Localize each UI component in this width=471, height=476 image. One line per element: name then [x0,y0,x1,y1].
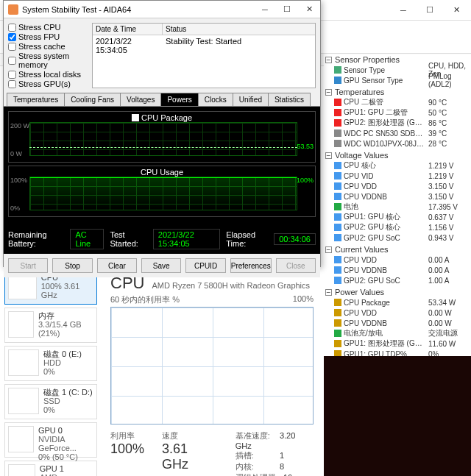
log-date: 2021/3/22 15:34:05 [93,35,163,56]
tab-unified[interactable]: Unified [233,93,269,106]
stress-option[interactable]: Stress GPU(s) [8,79,89,88]
aida-window: System Stability Test - AIDA64 ─ ☐ ✕ Str… [3,0,321,267]
chart2-ybot: 0% [10,205,20,212]
bg-max-button[interactable]: ☐ [417,1,443,20]
bat-icon [334,203,341,210]
stress-option[interactable]: Stress cache [8,42,89,51]
cpu-package-checkbox[interactable] [132,114,139,121]
cores-label: 内核: [236,462,254,471]
temp-icon [334,109,341,116]
tile-thumb [8,464,35,476]
collapse-icon [325,89,332,96]
pow-icon [334,309,341,316]
sensor-row[interactable]: GPU1: GPU 核心0.637 V [324,212,471,222]
resource-tile[interactable]: GPU 0NVIDIA GeForce...0% (50 °C) [4,422,97,458]
cpu-usage-chart [110,307,314,425]
pow-icon [334,340,341,347]
power-chart: CPU Package 200 W 0 W 53.53 [8,111,316,163]
sensor-row[interactable]: GPU1: GPU TDP%0% [324,349,471,356]
stress-option[interactable]: Stress FPU [8,32,89,41]
aida-max-button[interactable]: ☐ [276,1,298,18]
aida-close-button[interactable]: ✕ [298,1,320,18]
resource-tile[interactable]: 内存3.3/15.4 GB (21%) [4,308,97,343]
resource-tile[interactable]: GPU 1AMD Radeon(T...0% [4,461,97,476]
sensor-row[interactable]: GPU2: GPU SoC1.00 A [324,275,471,285]
sensor-row[interactable]: GPU2: 图形处理器 (GPU)86 °C [324,118,471,128]
save-button[interactable]: Save [141,258,181,273]
sensor-row[interactable]: CPU VDD0.00 A [324,255,471,265]
sensor-row[interactable]: GPU1: 图形处理器 (GPU)11.60 W [324,338,471,349]
sensor-group-head[interactable]: Voltage Values [324,150,471,160]
sensor-row[interactable]: GPU2: GPU 核心1.156 V [324,222,471,232]
status-row: Remaining Battery: AC Line Test Started:… [4,224,320,254]
start-button[interactable]: Start [8,258,48,273]
sensor-row[interactable]: CPU 二极管90 °C [324,97,471,107]
bg-close-button[interactable]: ✕ [443,1,470,20]
stop-button[interactable]: Stop [52,258,92,273]
stress-option[interactable]: Stress system memory [8,51,89,69]
battery-value: AC Line [70,229,104,249]
resource-tile[interactable]: 磁盘 1 (C: D:)SSD0% [4,384,97,419]
sensor-row[interactable]: CPU VID1.219 V [324,171,471,181]
tab-clocks[interactable]: Clocks [198,93,233,106]
sensor-row[interactable]: WDC PC SN530 SDBPNPZ-5...39 °C [324,128,471,138]
sensor-row[interactable]: 电池17.395 V [324,202,471,212]
chart1-ytop: 200 W [10,122,29,129]
stress-option[interactable]: Stress CPU [8,23,89,32]
resource-tile[interactable]: 磁盘 0 (E:)HDD0% [4,346,97,381]
close-button[interactable]: Close [276,258,316,273]
cpuid-button[interactable]: CPUID [185,258,225,273]
sensor-group-head[interactable]: Power Values [324,287,471,297]
volt-icon [334,193,341,200]
sensor-row[interactable]: GPU Sensor TypePMLog (ADL2) [324,75,471,85]
stress-checkbox[interactable] [8,43,16,51]
volt-icon [334,277,341,284]
tile-thumb [8,388,39,414]
cpu-sub-right: 100% [293,294,314,305]
log-status: Stability Test: Started [163,35,244,56]
sensor-row[interactable]: GPU1: GPU 二极管50 °C [324,107,471,118]
started-label: Test Started: [110,230,146,248]
aida-icon [8,4,18,15]
aida-min-button[interactable]: ─ [254,1,276,18]
stress-checkbox[interactable] [8,71,16,79]
sensor-row[interactable]: CPU VDD3.150 V [324,181,471,191]
volt-icon [334,234,341,241]
log-head-date[interactable]: Date & Time [93,24,163,35]
sensor-row[interactable]: CPU VDDNB0.00 A [324,265,471,275]
tab-cooling fans[interactable]: Cooling Fans [64,93,121,106]
log-head-status[interactable]: Status [163,24,189,35]
volt-icon [334,256,341,263]
clear-button[interactable]: Clear [97,258,137,273]
stress-option[interactable]: Stress local disks [8,70,89,79]
sensor-row[interactable]: CPU VDDNB0.00 W [324,318,471,328]
sensor-row[interactable]: 电池充/放电交流电源 [324,328,471,338]
volt-icon [334,213,341,221]
sensor-row[interactable]: CPU Package53.34 W [324,297,471,308]
sensor-row[interactable]: GPU2: GPU SoC0.943 V [324,232,471,243]
sensor-row[interactable]: WDC WD10JPVX-08JC3T628 °C [324,138,471,149]
bg-min-button[interactable]: ─ [390,1,417,20]
util-value: 100% [110,441,144,457]
tab-voltages[interactable]: Voltages [120,93,161,106]
aida-titlebar[interactable]: System Stability Test - AIDA64 ─ ☐ ✕ [4,1,320,18]
stress-checkbox[interactable] [8,33,16,41]
preferences-button[interactable]: Preferences [230,258,272,273]
base-label: 基准速度: [236,431,270,440]
speed-label: 速度 [162,430,218,441]
aida-tabs: TemperaturesCooling FansVoltagesPowersCl… [4,93,320,107]
tab-temperatures[interactable]: Temperatures [7,93,65,106]
chart1-value: 53.53 [297,143,314,150]
sensor-row[interactable]: CPU VDD0.00 W [324,308,471,318]
hdd-icon [334,129,341,137]
stress-checkbox[interactable] [8,57,16,65]
sensor-group-head[interactable]: Current Values [324,244,471,255]
stress-checkbox[interactable] [8,80,16,88]
sensor-row[interactable]: CPU VDDNB3.150 V [324,191,471,202]
sensor-row[interactable]: CPU 核心1.219 V [324,160,471,171]
chart1-ybot: 0 W [10,150,22,157]
tab-statistics[interactable]: Statistics [268,93,311,106]
tab-powers[interactable]: Powers [160,93,198,106]
sensor-group-head[interactable]: Temperatures [324,87,471,97]
stress-checkbox[interactable] [8,24,16,32]
